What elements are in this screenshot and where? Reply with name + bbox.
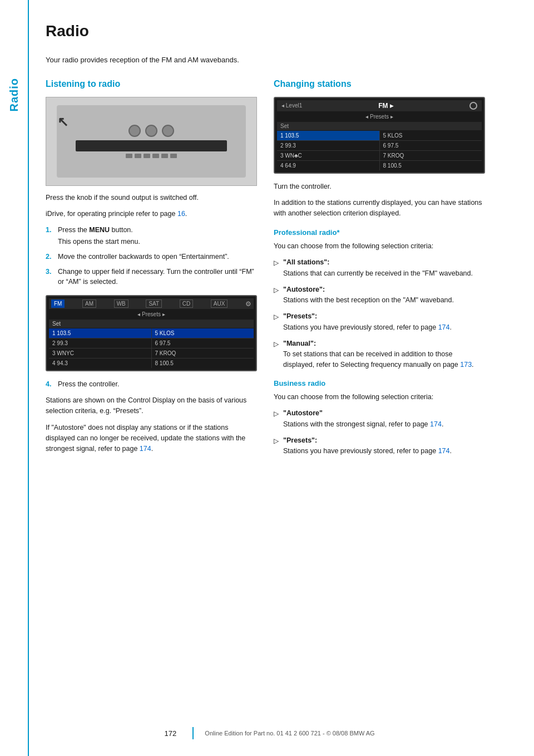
pro-item-2-desc: Stations with the best reception on the … [283,295,485,306]
biz-autostore-link[interactable]: 174 [430,420,442,428]
r-station-2-left: 2 99.3 [277,141,379,150]
r-station-4-left: 4 64.9 [277,161,379,170]
right-column: Changing stations ◂ Level1 FM ▸ ◂ Preset… [274,79,485,734]
pro-item-2: ▷ "Autostore": Stations with the best re… [274,284,485,306]
radio-device-graphic [57,105,246,178]
idrive-period: . [185,210,187,218]
pro-item-4-desc: To set stations that can be received in … [283,349,485,370]
left-arrow-icon: ◂ Level1 [281,102,302,109]
screen-top-row: ◂ Level1 FM ▸ [277,100,482,111]
tab-am[interactable]: AM [82,300,96,308]
r-station-3-right: 7 KROQ [380,151,482,160]
r-station-1-left: 1 103.5 [277,131,379,140]
screen-mockup-2: ◂ Level1 FM ▸ ◂ Presets ▸ Set 1 103.5 5 … [274,97,485,174]
radio-knob-3 [162,125,174,137]
station-2-left: 2 99.3 [49,338,151,348]
two-column-layout: Listening to radio [46,79,517,734]
screen-mockup-1: FM AM WB SAT CD AUX ⚙ ◂ Presets ▸ Set 1 … [46,295,257,371]
numbered-steps: 1. Press the MENU button. This opens the… [46,225,257,287]
page-container: Radio Radio Your radio provides receptio… [0,0,534,756]
business-radio-list: ▷ "Autostore" Stations with the stronges… [274,408,485,456]
tab-wb[interactable]: WB [114,300,128,308]
tab-aux[interactable]: AUX [211,300,228,308]
screen-tab-row: FM AM WB SAT CD AUX ⚙ [49,298,254,309]
pro-presets-link[interactable]: 174 [438,323,450,331]
pro-manual-link[interactable]: 173 [460,361,472,369]
biz-arrow-icon-2: ▷ [274,436,279,457]
r-station-2-right: 6 97.5 [380,141,482,150]
press-knob-text: Press the knob if the sound output is sw… [46,193,257,203]
fm-label: FM ▸ [378,102,393,110]
pro-item-1-title: "All stations": [283,258,329,266]
radio-btn-1 [126,154,132,158]
tab-sat[interactable]: SAT [146,300,162,308]
station-1-left: 1 103.5 [49,328,151,338]
autostore-text: If "Autostore" does not display any stat… [46,423,257,455]
radio-btn-4 [152,154,159,158]
r-station-4-right: 8 100.5 [380,161,482,170]
idrive-text: iDrive, for operating principle refer to… [46,209,257,219]
step-2-content: Move the controller backwards to open “E… [58,252,257,262]
footer-text: Online Edition for Part no. 01 41 2 600 … [205,730,374,737]
set-label-1: Set [49,320,254,328]
biz-item-1-desc: Stations with the strongest signal, refe… [283,419,485,430]
radio-buttons-row [126,154,177,158]
step-4: 4. Press the controller. [46,379,257,390]
arrow-icon-3: ▷ [274,312,279,333]
professional-radio-title: Professional radio* [274,228,485,237]
pro-item-4: ▷ "Manual": To set stations that can be … [274,338,485,370]
station-4-right: 8 100.5 [152,359,254,368]
page-title: Radio [46,22,517,43]
step-1-sub: This opens the start menu. [58,237,257,247]
station-3-right: 7 KROQ [152,348,254,358]
pro-item-3-content: "Presets": Stations you have previously … [283,311,485,333]
sidebar: Radio [0,0,29,756]
left-column: Listening to radio [46,79,257,734]
arrow-indicator: ↖ [57,114,68,130]
pro-item-3-title: "Presets": [283,312,317,320]
step-4-list: 4. Press the controller. [46,379,257,390]
autostore-link[interactable]: 174 [140,445,151,453]
idrive-label: iDrive, for operating principle refer to… [46,210,177,218]
tab-fm[interactable]: FM [51,300,65,308]
idrive-link[interactable]: 16 [177,210,185,218]
pro-item-4-content: "Manual": To set stations that can be re… [283,338,485,370]
pro-item-1-desc: Stations that can currently be received … [283,268,485,279]
settings-icon[interactable]: ⚙ [245,300,251,308]
radio-btn-6 [170,154,177,158]
biz-presets-link[interactable]: 174 [438,447,450,455]
radio-knob-2 [145,125,157,137]
pro-item-3-desc: Stations you have previously stored, ref… [283,322,485,333]
biz-item-1-content: "Autostore" Stations with the strongest … [283,408,485,430]
stations-shown-text: Stations are shown on the Control Displa… [46,395,257,417]
arrow-icon-2: ▷ [274,285,279,306]
page-footer: 172 Online Edition for Part no. 01 41 2 … [0,727,534,739]
presets-row-1: ◂ Presets ▸ [49,310,254,318]
step-4-num: 4. [46,379,53,390]
turn-controller-text: Turn the controller. [274,181,485,192]
business-radio-intro: You can choose from the following select… [274,392,485,402]
tab-cd[interactable]: CD [180,300,193,308]
step-1-content: Press the MENU button. This opens the st… [58,225,257,247]
station-4-left: 4 94.3 [49,359,151,368]
presets-row-2: ◂ Presets ▸ [277,112,482,121]
sidebar-label: Radio [8,78,21,112]
additional-stations-text: In addition to the stations currently di… [274,198,485,219]
pro-item-1: ▷ "All stations": Stations that can curr… [274,257,485,279]
arrow-icon-4: ▷ [274,339,279,370]
step-3-num: 3. [46,267,53,288]
step-2: 2. Move the controller backwards to open… [46,252,257,262]
station-3-left: 3 WNYC [49,348,151,358]
footer-divider [192,727,194,739]
pro-item-2-content: "Autostore": Stations with the best rece… [283,284,485,306]
step-1: 1. Press the MENU button. This opens the… [46,225,257,247]
main-content: Radio Your radio provides reception of t… [29,0,534,756]
radio-btn-5 [161,154,168,158]
radio-btn-2 [135,154,141,158]
screen-grid-2: 1 103.5 5 KLOS 2 99.3 6 97.5 3 WN♣C 7 KR… [277,131,482,170]
radio-display [76,140,227,151]
professional-radio-intro: You can choose from the following select… [274,241,485,252]
menu-bold: MENU [89,226,110,234]
page-number: 172 [159,729,192,738]
biz-item-2: ▷ "Presets": Stations you have previousl… [274,435,485,457]
